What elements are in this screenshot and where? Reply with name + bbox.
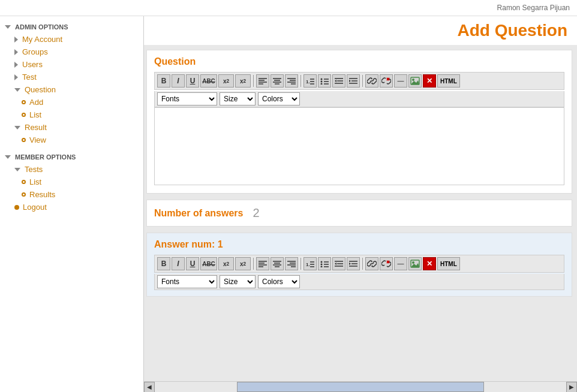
sidebar-item-my-account[interactable]: My Account xyxy=(0,33,143,46)
test-arrow-icon xyxy=(14,74,18,80)
sidebar-item-list[interactable]: List xyxy=(0,108,143,121)
answer1-align-left-button[interactable] xyxy=(256,257,269,270)
answer1-bold-button[interactable]: B xyxy=(157,257,170,270)
bold-button[interactable]: B xyxy=(157,74,170,88)
ordered-list-button[interactable]: 1. xyxy=(303,74,317,88)
admin-section-label: ADMIN OPTIONS xyxy=(15,23,68,31)
answer1-html-button[interactable]: HTML xyxy=(437,257,460,270)
answer1-superscript-button[interactable]: x2 xyxy=(235,257,251,270)
sidebar-item-tests[interactable]: Tests xyxy=(0,163,143,176)
answer1-unordered-list-button[interactable] xyxy=(318,257,331,270)
svg-marker-71 xyxy=(411,263,419,267)
answer1-fonts-select[interactable]: Fonts Arial xyxy=(157,275,217,288)
size-select[interactable]: Size 8pt 10pt 12pt xyxy=(220,92,256,105)
underline-button[interactable]: U xyxy=(186,74,199,88)
svg-marker-25 xyxy=(335,80,336,82)
logout-label: Logout xyxy=(23,203,47,212)
answer1-outdent-button[interactable] xyxy=(332,257,345,270)
result-triangle-icon xyxy=(14,126,20,129)
sidebar-item-add[interactable]: Add xyxy=(0,96,143,108)
answer1-insert-image-button[interactable] xyxy=(408,257,422,270)
sidebar-item-view[interactable]: View xyxy=(0,134,143,146)
answer1-insert-link-button[interactable] xyxy=(365,257,378,270)
scroll-thumb-horizontal[interactable] xyxy=(237,382,484,392)
content-scroll-area[interactable]: Question B I U ABC x2 x2 xyxy=(144,45,577,381)
sidebar-item-test[interactable]: Test xyxy=(0,71,143,83)
num-answers-label: Number of answers xyxy=(154,208,243,219)
insert-link-button[interactable] xyxy=(365,74,378,88)
sidebar-item-member-list[interactable]: List xyxy=(0,176,143,188)
svg-point-34 xyxy=(412,79,414,81)
answer1-hr-button[interactable]: — xyxy=(394,257,407,270)
align-left-button[interactable] xyxy=(256,74,269,88)
question-selects-row: Fonts Arial Times New Roman Size 8pt 10p… xyxy=(154,91,564,107)
sidebar-item-result[interactable]: Result xyxy=(0,121,143,134)
scroll-track-horizontal[interactable] xyxy=(155,382,566,392)
outdent-button[interactable] xyxy=(332,74,345,88)
svg-line-66 xyxy=(370,263,374,264)
scroll-left-button[interactable]: ◀ xyxy=(144,382,155,393)
fonts-select[interactable]: Fonts Arial Times New Roman xyxy=(157,92,217,105)
sidebar-item-results[interactable]: Results xyxy=(0,188,143,201)
answer1-remove-button[interactable]: ✕ xyxy=(423,257,436,270)
admin-section-header[interactable]: ADMIN OPTIONS xyxy=(0,21,143,33)
colors-select[interactable]: Colors Black Red xyxy=(258,92,300,105)
username: Ramon Segarra Pijuan xyxy=(497,4,570,12)
svg-marker-35 xyxy=(411,80,419,85)
align-center-button[interactable] xyxy=(271,74,284,88)
remove-button[interactable]: ✕ xyxy=(423,74,436,88)
hr-button[interactable]: — xyxy=(394,74,407,88)
svg-point-17 xyxy=(321,81,323,83)
answer1-remove-link-button[interactable] xyxy=(380,257,393,270)
answer1-ordered-list-button[interactable]: 1. xyxy=(303,257,317,270)
add-bullet-icon xyxy=(22,100,26,104)
sidebar-item-logout[interactable]: Logout xyxy=(0,201,143,213)
svg-marker-61 xyxy=(335,263,336,265)
list-bullet-icon xyxy=(22,113,26,117)
logout-bullet-icon xyxy=(14,205,19,210)
answer1-subscript-button[interactable]: x2 xyxy=(218,257,234,270)
remove-link-button[interactable] xyxy=(380,74,393,88)
member-list-bullet-icon xyxy=(22,180,26,184)
unordered-list-button[interactable] xyxy=(318,74,331,88)
tests-label: Tests xyxy=(25,165,43,174)
scroll-right-button[interactable]: ▶ xyxy=(566,382,577,393)
svg-point-54 xyxy=(321,266,323,268)
strikethrough-button[interactable]: ABC xyxy=(200,74,217,88)
member-section-label: MEMBER OPTIONS xyxy=(15,153,76,161)
italic-button[interactable]: I xyxy=(172,74,185,88)
svg-line-30 xyxy=(370,80,374,82)
svg-text:1.: 1. xyxy=(306,79,310,85)
results-bullet-icon xyxy=(22,192,26,197)
svg-point-18 xyxy=(321,83,323,85)
my-account-label: My Account xyxy=(22,35,62,44)
num-answers-section: Number of answers 2 xyxy=(146,200,572,227)
insert-image-button[interactable] xyxy=(408,74,422,88)
answer1-size-select[interactable]: Size 12pt xyxy=(220,275,256,288)
superscript-button[interactable]: x2 xyxy=(235,74,251,88)
svg-point-52 xyxy=(321,261,323,263)
subscript-button[interactable]: x2 xyxy=(218,74,234,88)
toolbar-sep-2 xyxy=(300,75,301,87)
svg-point-53 xyxy=(321,264,323,266)
sidebar-item-groups[interactable]: Groups xyxy=(0,46,143,58)
answer1-strikethrough-button[interactable]: ABC xyxy=(200,257,217,270)
answer1-indent-button[interactable] xyxy=(347,257,360,270)
indent-button[interactable] xyxy=(347,74,360,88)
align-right-button[interactable] xyxy=(285,74,298,88)
result-label: Result xyxy=(25,123,47,132)
answer1-underline-button[interactable]: U xyxy=(186,257,199,270)
member-section-header[interactable]: MEMBER OPTIONS xyxy=(0,151,143,163)
html-button[interactable]: HTML xyxy=(437,74,460,88)
answer1-colors-select[interactable]: Colors Black xyxy=(258,275,300,288)
answer1-align-right-button[interactable] xyxy=(285,257,298,270)
results-label: Results xyxy=(29,190,55,199)
question-section: Question B I U ABC x2 x2 xyxy=(146,50,572,194)
answer1-italic-button[interactable]: I xyxy=(172,257,185,270)
answer1-align-center-button[interactable] xyxy=(271,257,284,270)
sidebar-item-users[interactable]: Users xyxy=(0,58,143,71)
sidebar-item-question[interactable]: Question xyxy=(0,83,143,96)
question-editor[interactable] xyxy=(154,107,564,185)
answer1-title: Answer num: 1 xyxy=(154,239,564,250)
answer1-toolbar-sep-3 xyxy=(362,258,363,270)
